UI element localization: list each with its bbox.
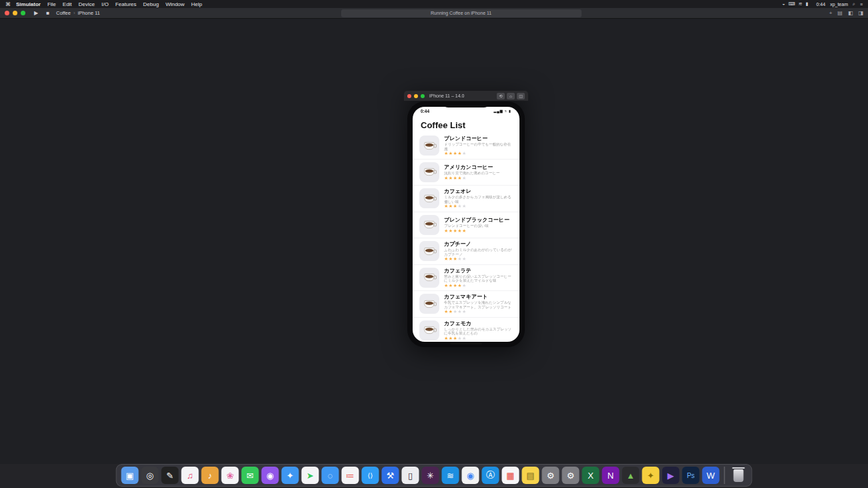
dock-app-reminders[interactable]: ≔ <box>342 467 359 484</box>
run-button[interactable]: ▶ <box>34 10 38 16</box>
status-icon-2[interactable]: ≋ <box>799 1 803 6</box>
coffee-image <box>419 241 439 261</box>
coffee-list-item[interactable]: カフェラテ苦みと薫りの深いエスプレッソコーヒーにミルクを加えたマイルドな味★★★… <box>413 265 519 292</box>
coffee-list-item[interactable]: カフェマキアート牛乳でエスプレッソを淹れたシンプルなカフェマキアート。スプレッソ… <box>413 291 519 318</box>
dock-app-photoshop[interactable]: Ps <box>682 467 700 484</box>
coffee-image <box>419 268 439 288</box>
menu-window[interactable]: Window <box>166 1 184 7</box>
menu-edit[interactable]: Edit <box>63 1 72 7</box>
dock-app-podcasts[interactable]: ◉ <box>262 467 279 484</box>
rating-stars: ★★★★★ <box>444 176 513 181</box>
dock-apps: ▣◎✎♫♪❀✉◉✦➤◌≔⟨⟩⚒▯✳≋◉Ⓐ▦▤⚙⚙XN▲✦▶PsW <box>122 467 720 484</box>
dock-app-radio[interactable]: ♪ <box>202 467 219 484</box>
zoom-window-button[interactable] <box>421 94 425 98</box>
coffee-title: カプチーノ <box>444 240 513 248</box>
toolbar-icon-3[interactable]: ◨ <box>858 10 863 16</box>
spotlight-icon[interactable]: ⌕ <box>853 1 855 7</box>
dock-app-onenote[interactable]: N <box>602 467 620 484</box>
dock-app-photos[interactable]: ❀ <box>222 467 239 484</box>
dock-app-simulator[interactable]: ▯ <box>402 467 419 484</box>
menu-bar-user[interactable]: xp_team <box>830 2 848 7</box>
coffee-image <box>419 136 439 156</box>
simulator-button-0[interactable]: ⟲ <box>497 93 505 99</box>
dock-app-system-preferences-2[interactable]: ⚙ <box>562 467 580 484</box>
rating-stars: ★★★★★ <box>444 204 513 209</box>
dock-app-vscode[interactable]: ⟨⟩ <box>362 467 379 484</box>
dock-app-system-preferences[interactable]: ⚙ <box>542 467 560 484</box>
trash-icon[interactable] <box>730 467 747 484</box>
status-icon-1[interactable]: ⌨ <box>789 1 795 6</box>
close-window-button[interactable] <box>407 94 411 98</box>
menu-bar-status-icons: ◒⌨≋▮ <box>782 1 811 7</box>
menu-debug[interactable]: Debug <box>143 1 159 7</box>
dock-app-xcode[interactable]: ⚒ <box>382 467 399 484</box>
dock-app-word[interactable]: W <box>702 467 720 484</box>
rating-stars: ★★★★★ <box>444 256 513 262</box>
simulator-window: iPhone 11 – 14.0 ⟲⌂◫ 0:44 ▂▄▆ ≈ ▮ Coffee… <box>404 91 528 347</box>
coffee-list-item[interactable]: ブレンドコーヒードリップコーヒーの中でも一般的な存在感★★★★★ <box>413 133 519 160</box>
status-icon-0[interactable]: ◒ <box>782 1 785 6</box>
scheme-selector[interactable]: Coffee › iPhone 11 <box>56 10 100 16</box>
simulator-button-1[interactable]: ⌂ <box>507 93 515 99</box>
coffee-list-item[interactable]: ブレンドブラックコーヒーブレンドコーヒーの深い味★★★★★ <box>413 212 519 239</box>
dock-app-maps[interactable]: ➤ <box>302 467 319 484</box>
iphone-screen[interactable]: 0:44 ▂▄▆ ≈ ▮ Coffee List ブレンドコーヒードリップコーヒ… <box>413 107 519 342</box>
control-center-icon[interactable]: ≡ <box>860 2 863 7</box>
menu-device[interactable]: Device <box>79 1 95 7</box>
simulator-title-bar[interactable]: iPhone 11 – 14.0 ⟲⌂◫ <box>404 91 528 101</box>
dock-app-excel[interactable]: X <box>582 467 600 484</box>
coffee-description: ふわふわミルクのあわがのっているのがカプチーノ <box>444 248 513 256</box>
dock-app-calendar[interactable]: ▦ <box>502 467 519 484</box>
dock-app-android-studio[interactable]: ▲ <box>622 467 640 484</box>
dock-app-media-app[interactable]: ▶ <box>662 467 680 484</box>
menu-features[interactable]: Features <box>116 1 137 7</box>
menu-simulator[interactable]: Simulator <box>16 1 41 7</box>
coffee-list-item[interactable]: カプチーノふわふわミルクのあわがのっているのがカプチーノ★★★★★ <box>413 238 519 265</box>
dock-app-app-store[interactable]: Ⓐ <box>482 467 499 484</box>
activity-view: Running Coffee on iPhone 11 <box>100 9 823 17</box>
menu-help[interactable]: Help <box>191 1 202 7</box>
menu-i-o[interactable]: I/O <box>101 1 109 7</box>
coffee-cup-icon <box>424 274 434 281</box>
minimize-window-button[interactable] <box>13 11 17 15</box>
coffee-image <box>419 294 439 314</box>
dock-app-yellow-app[interactable]: ✦ <box>642 467 660 484</box>
coffee-list: ブレンドコーヒードリップコーヒーの中でも一般的な存在感★★★★★アメリカンコーヒ… <box>413 133 519 342</box>
zoom-window-button[interactable] <box>21 11 25 15</box>
apple-menu-icon[interactable]: ⌘ <box>5 1 11 7</box>
menu-file[interactable]: File <box>47 1 56 7</box>
status-icon-3[interactable]: ▮ <box>806 1 809 6</box>
navigation-title: Coffee List <box>413 113 519 133</box>
coffee-cup-icon <box>424 300 434 308</box>
coffee-cup-icon <box>424 142 434 150</box>
close-window-button[interactable] <box>5 11 9 15</box>
home-indicator[interactable] <box>450 342 482 344</box>
simulator-button-2[interactable]: ◫ <box>517 93 525 99</box>
dock-app-slack[interactable]: ✳ <box>422 467 439 484</box>
dock-app-notes-dark[interactable]: ✎ <box>162 467 179 484</box>
stop-button[interactable]: ■ <box>46 10 49 16</box>
coffee-cup-icon <box>424 221 434 228</box>
coffee-list-item[interactable]: アメリカンコーヒー浅煎り豆で淹れた薄めのコーヒー★★★★★ <box>413 160 519 186</box>
coffee-list-item[interactable]: カフェオレミルクの多さからカフェ風味が楽しめる優しい味★★★★★ <box>413 186 519 212</box>
dock-app-chrome[interactable]: ◉ <box>462 467 479 484</box>
dock-app-find-my[interactable]: ◌ <box>322 467 339 484</box>
dock-app-photo-booth[interactable]: ◎ <box>142 467 159 484</box>
coffee-title: アメリカンコーヒー <box>444 164 513 171</box>
dock-app-display[interactable]: ▣ <box>122 467 139 484</box>
dock-app-messages[interactable]: ✉ <box>242 467 259 484</box>
scheme-name[interactable]: Coffee <box>56 10 71 16</box>
toolbar-right-icons: +▤◧◨ <box>829 10 863 16</box>
coffee-list-item[interactable]: カフェモカしっかりとした苦みのモカエスプレッソに牛乳を加えたもの★★★★★ <box>413 318 519 342</box>
dock-app-music[interactable]: ♫ <box>182 467 199 484</box>
toolbar-icon-2[interactable]: ◧ <box>848 10 853 16</box>
toolbar-icon-0[interactable]: + <box>829 10 833 16</box>
menu-bar-clock[interactable]: 0:44 <box>817 2 826 7</box>
run-destination[interactable]: iPhone 11 <box>77 10 99 16</box>
dock-app-safari[interactable]: ✦ <box>282 467 299 484</box>
toolbar-icon-1[interactable]: ▤ <box>837 10 843 16</box>
minimize-window-button[interactable] <box>414 94 418 98</box>
dock-app-notes[interactable]: ▤ <box>522 467 539 484</box>
dock-app-docker[interactable]: ≋ <box>442 467 459 484</box>
rating-stars: ★★★★★ <box>444 309 513 314</box>
